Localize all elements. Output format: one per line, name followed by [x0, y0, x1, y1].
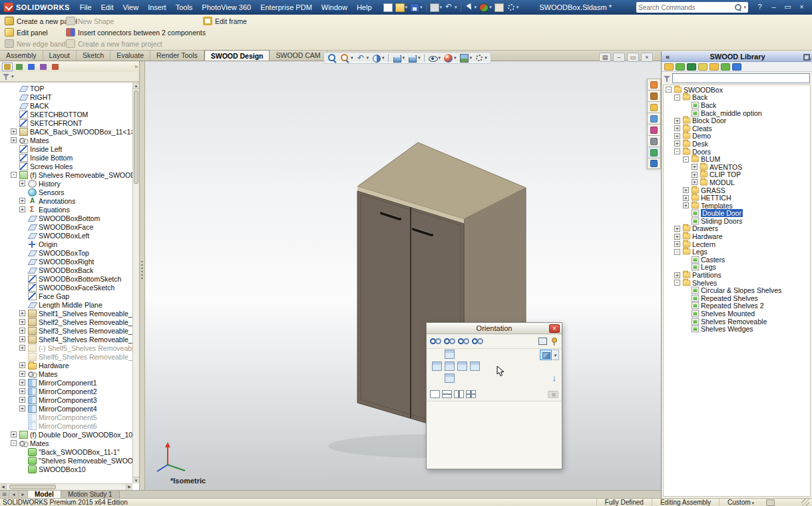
tree-item[interactable]: Back [664, 101, 810, 109]
scrollbar-thumb[interactable] [9, 485, 56, 489]
graphics-viewport[interactable]: *Isometric [145, 61, 661, 490]
library-filter-input[interactable] [672, 73, 810, 83]
single-view-button[interactable] [430, 390, 440, 398]
panel-splitter[interactable] [140, 61, 145, 490]
tree-item[interactable]: +BACK_Back_SWOODBox_11<1> (Défaut< [0, 127, 132, 136]
insert-connectors-button[interactable]: Insert connectors between 2 components [66, 28, 203, 37]
horizontal-scrollbar[interactable]: ◀ ▶ [0, 483, 132, 490]
tree-item[interactable]: -Mates [0, 439, 132, 447]
display-style-button[interactable]: ▾ [406, 53, 422, 63]
view-front-button[interactable] [445, 362, 455, 371]
expand-toggle-icon[interactable]: + [19, 405, 25, 411]
tree-item[interactable]: SKETCHFRONT [0, 119, 132, 127]
close-document-button[interactable]: × [641, 53, 653, 62]
expand-toggle-icon[interactable]: + [19, 371, 25, 377]
tree-item[interactable]: Inside Left [0, 144, 132, 153]
expand-toggle-icon[interactable]: + [19, 397, 25, 403]
tab-model[interactable]: Model [28, 491, 61, 498]
tree-item[interactable]: +MirrorComponent1 [0, 378, 132, 387]
expand-toggle-icon[interactable]: + [683, 202, 689, 208]
tree-item[interactable]: Shelves Mounted [664, 310, 810, 318]
view-right-button[interactable] [457, 362, 467, 371]
tab-scroll-right-icon[interactable]: ▸ [19, 491, 28, 498]
tree-item[interactable]: -Doors [664, 148, 810, 156]
select-button[interactable]: ▾ [463, 1, 479, 13]
library-refresh-icon[interactable] [698, 63, 708, 71]
close-icon[interactable]: × [549, 324, 560, 333]
tree-item[interactable]: +Shelf1_Shelves Removeable_SWOODBox, [0, 309, 132, 318]
new-view-icon[interactable] [444, 338, 455, 345]
library-add-folder-icon[interactable] [676, 63, 685, 71]
hide-show-items-button[interactable]: ▾ [427, 53, 443, 63]
isometric-dropdown-icon[interactable]: ▾ [552, 350, 559, 360]
expand-toggle-icon[interactable]: + [19, 180, 25, 186]
menu-tools[interactable]: Tools [171, 1, 198, 14]
tab-swood-cam[interactable]: SWOOD CAM [270, 50, 327, 61]
tree-item[interactable]: +Cleats [664, 125, 810, 132]
file-explorer-tab[interactable] [647, 101, 661, 113]
tree-item[interactable]: SWOODBox10 [0, 465, 132, 473]
tree-item[interactable]: Inside Bottom [0, 153, 132, 162]
orientation-dialog-titlebar[interactable]: Orientation × [427, 323, 562, 334]
zoom-fit-button[interactable] [326, 53, 339, 63]
tree-item[interactable]: SWOODBoxFace [0, 222, 132, 231]
tree-item[interactable]: +(-) Shelf5_Shelves Removeable_SWOODE [0, 344, 132, 352]
status-custom[interactable]: Custom ▾ [719, 499, 762, 506]
tree-item[interactable]: -Shelves [664, 279, 810, 287]
tree-item[interactable]: SKETCHBOTTOM [0, 110, 132, 119]
rebuild-button[interactable]: ▾ [478, 1, 493, 13]
library-save-icon[interactable] [687, 63, 696, 71]
expand-toggle-icon[interactable]: + [19, 388, 25, 394]
tab-swood-design[interactable]: SWOOD Design [204, 50, 270, 61]
design-library-tab[interactable] [647, 90, 661, 101]
expand-toggle-icon[interactable]: + [674, 241, 680, 247]
propertymanager-tab[interactable] [14, 63, 25, 71]
tree-item[interactable]: +AVENTOS [664, 163, 810, 171]
more-views-arrow-icon[interactable]: ↓ [552, 373, 557, 383]
orientation-dialog[interactable]: Orientation × ▾ ↓ [426, 322, 562, 469]
tree-item[interactable]: Shelves Removeable [664, 318, 810, 326]
expand-toggle-icon[interactable]: + [674, 125, 680, 131]
featuremanager-tree-tab[interactable] [2, 63, 13, 71]
expand-toggle-icon[interactable]: - [11, 172, 17, 178]
scroll-up-icon[interactable]: ▲ [133, 83, 139, 89]
tree-item[interactable]: MirrorComponent6 [0, 421, 132, 430]
menu-insert[interactable]: Insert [143, 1, 171, 14]
menu-photoview-360[interactable]: PhotoView 360 [197, 1, 256, 14]
search-input[interactable] [638, 4, 735, 11]
tree-item[interactable]: +MODUL [664, 178, 810, 186]
options-button[interactable]: ▾ [505, 1, 520, 13]
expand-toggle-icon[interactable]: + [674, 133, 680, 139]
expand-toggle-icon[interactable]: + [674, 272, 680, 278]
expand-toggle-icon[interactable]: + [674, 140, 680, 146]
tree-item[interactable]: "Shelves Removeable_SWOODBox_4-1" [0, 456, 132, 465]
scroll-right-icon[interactable]: ▶ [126, 484, 132, 490]
tree-item[interactable]: Length Middle Plane [0, 300, 132, 309]
menu-window[interactable]: Window [317, 1, 352, 14]
create-new-panel-button[interactable]: Create a new panel [5, 17, 66, 25]
zoom-area-button[interactable]: ▾ [339, 53, 355, 63]
tree-item[interactable]: Shelves Wedges [664, 325, 810, 333]
tree-item[interactable]: +MirrorComponent2 [0, 387, 132, 395]
tree-item[interactable]: -(f) Shelves Removeable_SWOODBox_4<1> ( [0, 170, 132, 179]
previous-view-button[interactable]: ↶▾ [355, 53, 371, 63]
forum-tab[interactable] [647, 158, 661, 169]
tree-item[interactable]: +Equations [0, 205, 132, 214]
resize-grip-icon[interactable] [801, 499, 809, 506]
update-standard-views-icon[interactable] [458, 338, 469, 345]
library-up-icon[interactable] [710, 63, 719, 71]
apply-scene-button[interactable]: ▾ [458, 53, 474, 63]
expand-toggle-icon[interactable]: - [674, 249, 680, 255]
expand-toggle-icon[interactable]: + [692, 172, 698, 178]
file-properties-button[interactable] [493, 1, 505, 13]
library-favorites-icon[interactable] [721, 63, 730, 71]
view-isometric-button[interactable] [540, 350, 552, 360]
menu-file[interactable]: File [75, 1, 97, 14]
tab-sketch[interactable]: Sketch [77, 50, 110, 61]
tree-item[interactable]: Shelf6_Shelves Removeable_SWOODBox [0, 352, 132, 361]
expand-toggle-icon[interactable]: + [692, 179, 698, 185]
library-options-icon[interactable] [732, 63, 741, 71]
library-add-icon[interactable] [664, 63, 674, 71]
scroll-left-icon[interactable]: ◀ [0, 484, 7, 490]
tree-item[interactable]: RIGHT [0, 93, 132, 101]
